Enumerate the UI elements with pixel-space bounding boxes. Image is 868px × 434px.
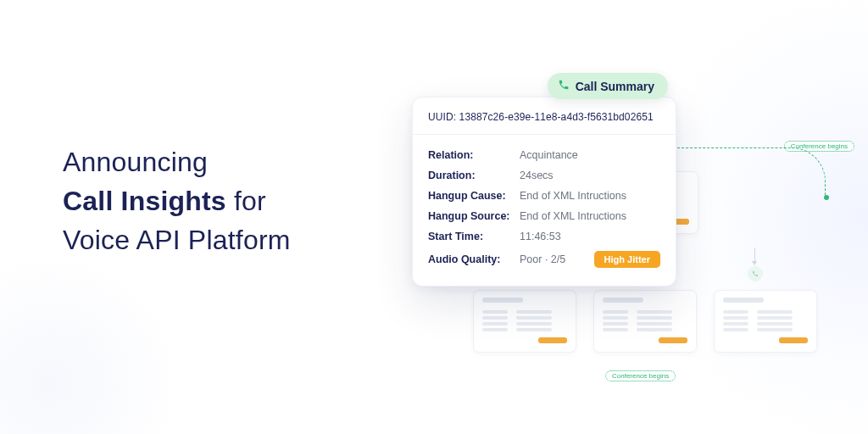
row-value: Poor · 2/5 <box>520 253 594 265</box>
row-value: End of XML Intructions <box>520 190 660 202</box>
phone-icon <box>558 79 570 93</box>
uuid-label: UUID: <box>428 111 456 123</box>
row-value: End of XML Intructions <box>520 210 660 222</box>
headline-line-3: Voice API Platform <box>63 220 385 259</box>
row-key: Duration: <box>428 170 520 181</box>
summary-row-hangup-source: Hangup Source: End of XML Intructions <box>428 206 660 226</box>
headline-rest: for <box>226 186 266 216</box>
row-key: Hangup Source: <box>428 210 520 222</box>
flow-connector-dashed <box>673 147 826 198</box>
call-summary-pill-label: Call Summary <box>576 80 654 93</box>
uuid-row: UUID: 13887c26-e39e-11e8-a4d3-f5631bd026… <box>413 97 676 135</box>
summary-row-duration: Duration: 24secs <box>428 165 660 186</box>
row-key: Start Time: <box>428 231 520 242</box>
call-summary-mini-card <box>593 290 697 353</box>
audio-quality-badge: High Jitter <box>594 251 660 268</box>
uuid-value: 13887c26-e39e-11e8-a4d3-f5631bd02651 <box>459 111 654 123</box>
summary-row-relation: Relation: Acquintance <box>428 145 660 165</box>
summary-row-audio-quality: Audio Quality: Poor · 2/5 High Jitter <box>428 247 660 272</box>
row-value: 11:46:53 <box>520 231 660 242</box>
call-summary-card: UUID: 13887c26-e39e-11e8-a4d3-f5631bd026… <box>412 97 676 287</box>
call-summary-pill[interactable]: Call Summary <box>548 73 668 99</box>
flow-arrow-icon <box>754 248 755 263</box>
row-value: Acquintance <box>520 149 660 161</box>
call-summary-body: Relation: Acquintance Duration: 24secs H… <box>413 135 676 286</box>
summary-row-start-time: Start Time: 11:46:53 <box>428 226 660 247</box>
flow-label-bottom: Conference begins <box>605 370 676 381</box>
summary-row-hangup-cause: Hangup Cause: End of XML Intructions <box>428 186 660 206</box>
hero-headline: Announcing Call Insights for Voice API P… <box>63 142 385 259</box>
call-summary-panel: Call Summary UUID: 13887c26-e39e-11e8-a4… <box>412 97 676 287</box>
headline-bold: Call Insights <box>63 186 226 216</box>
row-key: Relation: <box>428 149 520 161</box>
flow-connector-dot <box>824 195 829 200</box>
row-key: Audio Quality: <box>428 253 520 265</box>
headline-line-2: Call Insights for <box>63 181 385 220</box>
flow-label-top: Conference begins <box>784 141 854 152</box>
call-summary-mini-card <box>473 290 576 353</box>
row-key: Hangup Cause: <box>428 190 520 202</box>
headline-line-1: Announcing <box>63 142 385 181</box>
row-value: 24secs <box>520 170 660 181</box>
call-summary-mini-card <box>714 290 817 353</box>
phone-icon <box>748 266 763 281</box>
